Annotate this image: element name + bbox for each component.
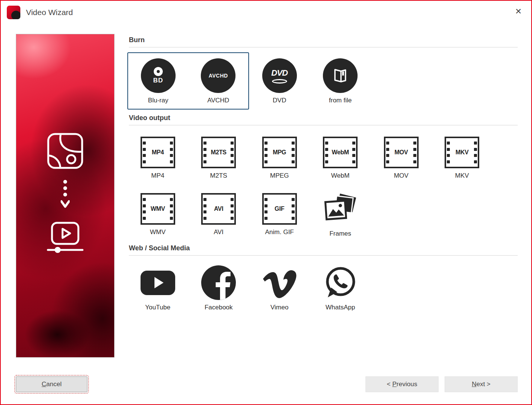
photo-stack-icon: [322, 193, 358, 226]
whatsapp-icon: [323, 265, 358, 300]
tile-caption: Facebook: [205, 304, 233, 311]
window-title: Video Wizard: [26, 8, 73, 17]
format-tile-avi[interactable]: AVI AVI: [188, 193, 249, 236]
tile-caption: DVD: [273, 97, 286, 104]
tile-caption: M2TS: [210, 172, 227, 180]
previous-button[interactable]: < Previous: [365, 376, 439, 392]
tile-caption: Frames: [329, 230, 351, 238]
avchd-icon-label: AVCHD: [209, 73, 228, 79]
format-tile-mpeg[interactable]: MPG MPEG: [249, 137, 310, 180]
film-strip-icon: WMV: [141, 193, 175, 225]
format-tile-from-file[interactable]: from file: [310, 52, 371, 104]
burn-selection-group: BD Blu-ray AVCHD AVCHD: [127, 52, 249, 110]
format-tile-frames[interactable]: Frames: [310, 193, 371, 238]
tile-caption: MP4: [151, 172, 164, 180]
share-tile-facebook[interactable]: Facebook: [188, 265, 249, 311]
tile-caption: YouTube: [145, 304, 170, 311]
app-logo-icon: [7, 6, 20, 19]
wizard-sidebar-image: [16, 34, 115, 358]
titlebar: Video Wizard: [1, 1, 531, 24]
tile-caption: AVCHD: [207, 97, 229, 104]
tile-caption: Blu-ray: [148, 97, 168, 104]
burn-row: BD Blu-ray AVCHD AVCHD DVD DVD: [127, 52, 518, 110]
format-tile-m2ts[interactable]: M2TS M2TS: [188, 137, 249, 180]
bluray-disc-icon: BD: [141, 58, 176, 93]
share-tile-whatsapp[interactable]: WhatsApp: [310, 265, 371, 311]
tile-caption: MPEG: [270, 172, 289, 180]
video-output-row-1: MP4 MP4 M2TS M2TS MPG MPEG: [127, 137, 518, 180]
film-strip-icon: M2TS: [201, 137, 236, 168]
film-strip-icon: MP4: [141, 137, 175, 168]
facebook-icon: [201, 265, 236, 300]
film-strip-icon: MPG: [262, 137, 297, 168]
next-button[interactable]: Next >: [445, 376, 518, 392]
share-tile-vimeo[interactable]: Vimeo: [249, 265, 310, 311]
tile-caption: AVI: [214, 228, 223, 236]
tile-caption: Anim. GIF: [265, 228, 294, 236]
dvd-icon-label: DVD: [271, 68, 287, 78]
format-tile-anim-gif[interactable]: GIF Anim. GIF: [249, 193, 310, 236]
film-strip-icon: MOV: [384, 137, 419, 168]
tile-caption: from file: [329, 97, 352, 104]
film-strip-icon: WebM: [323, 137, 358, 168]
tile-caption: WebM: [331, 172, 350, 180]
video-wizard-dialog: Video Wizard ×: [0, 0, 532, 405]
section-header-video-output: Video output: [129, 114, 518, 125]
bluray-icon-label: BD: [153, 77, 163, 84]
film-strip-icon: GIF: [262, 193, 297, 225]
vimeo-icon: [261, 265, 298, 300]
format-tile-dvd[interactable]: DVD DVD: [249, 52, 310, 104]
tile-caption: WMV: [150, 228, 166, 236]
video-player-icon: [46, 222, 84, 255]
close-icon[interactable]: ×: [515, 6, 521, 17]
format-tile-wmv[interactable]: WMV WMV: [127, 193, 188, 236]
cancel-button[interactable]: Cancel: [16, 376, 87, 392]
format-tile-webm[interactable]: WebM WebM: [310, 137, 371, 180]
film-strip-icon: AVI: [201, 193, 236, 225]
dotted-arrow-down-icon: [61, 180, 70, 213]
section-header-web-social: Web / Social Media: [129, 244, 518, 256]
dvd-disc-icon: DVD: [262, 58, 297, 93]
share-tile-youtube[interactable]: YouTube: [127, 265, 188, 311]
web-social-row: YouTube Facebook Vimeo: [127, 265, 518, 311]
tile-caption: MOV: [394, 172, 408, 180]
format-tile-bluray[interactable]: BD Blu-ray: [128, 53, 188, 109]
avchd-disc-icon: AVCHD: [201, 58, 235, 93]
format-tile-mkv[interactable]: MKV MKV: [432, 137, 493, 180]
video-output-row-2: WMV WMV AVI AVI GIF Anim. GI: [127, 193, 518, 238]
tile-caption: WhatsApp: [326, 304, 355, 311]
main-content: Burn BD Blu-ray AVCHD AVCHD: [129, 34, 518, 311]
dvd-ellipse: [272, 79, 287, 84]
format-tile-mov[interactable]: MOV MOV: [371, 137, 432, 180]
youtube-icon: [141, 271, 175, 295]
section-header-burn: Burn: [129, 36, 518, 47]
from-file-icon: [323, 58, 358, 93]
media-collage-icon: [47, 133, 83, 169]
film-strip-icon: MKV: [445, 137, 479, 168]
format-tile-mp4[interactable]: MP4 MP4: [127, 137, 188, 180]
disc-ring: [154, 67, 163, 76]
format-tile-avchd[interactable]: AVCHD AVCHD: [188, 53, 249, 109]
tile-caption: MKV: [455, 172, 469, 180]
tile-caption: Vimeo: [271, 304, 289, 311]
play-triangle-icon: [154, 277, 164, 288]
